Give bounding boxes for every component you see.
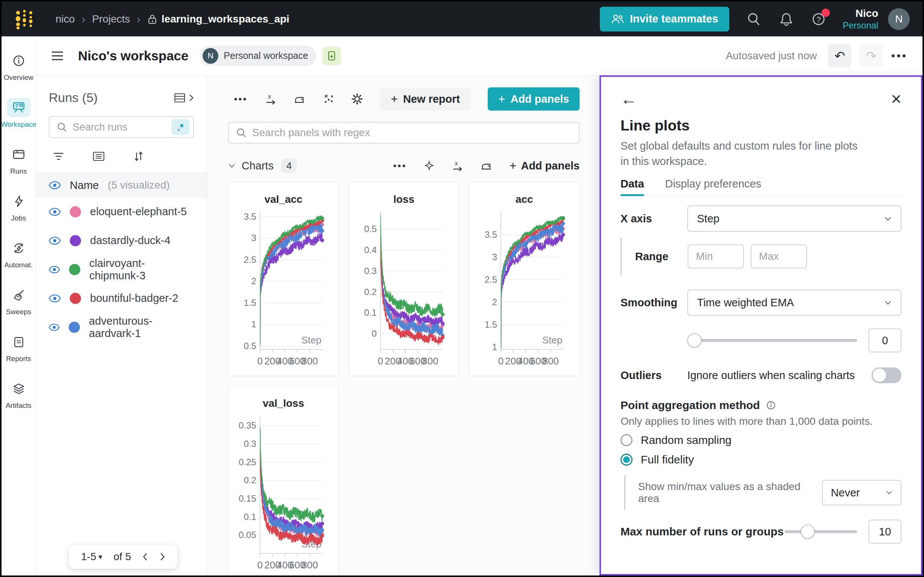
max-runs-value-box[interactable]: 10 [869, 520, 901, 544]
radio-full-fidelity[interactable]: Full fidelity [620, 451, 901, 469]
sidebar-item-overview[interactable]: Overview [2, 52, 36, 82]
regex-toggle-button[interactable]: .* [171, 119, 189, 135]
screenshot-frame: nico › Projects › learning_workspaces_ap… [0, 0, 924, 577]
slider-thumb[interactable] [687, 333, 701, 348]
chevron-down-icon[interactable] [228, 163, 236, 168]
x-axis-select[interactable]: Step [687, 205, 901, 232]
sidebar-item-reports[interactable]: Reports [2, 332, 36, 363]
search-panels-input[interactable] [252, 127, 572, 139]
panel-tabs: Data Display preferences [620, 178, 901, 196]
smoothing-iron-icon[interactable] [480, 160, 492, 172]
breadcrumb-entity[interactable]: nico [55, 13, 75, 25]
panel-description: Set global defaults and custom rules for… [620, 139, 868, 169]
close-icon[interactable]: × [891, 90, 901, 108]
notifications-bell-icon[interactable] [779, 11, 794, 27]
svg-text:0.25: 0.25 [239, 457, 256, 467]
user-scope: Personal [843, 20, 878, 31]
radio-icon[interactable] [620, 434, 633, 446]
smoothing-iron-icon[interactable] [293, 93, 305, 105]
chart-panel-acc[interactable]: acc 11.522.533.50200400600800Step [469, 182, 580, 376]
sort-icon[interactable] [133, 151, 144, 162]
section-add-panels-button[interactable]: + Add panels [509, 159, 580, 173]
search-icon [56, 121, 68, 133]
x-axis-settings-icon[interactable]: x [452, 160, 463, 172]
add-panels-button[interactable]: + Add panels [488, 87, 580, 111]
outliers-toggle[interactable] [871, 367, 901, 383]
redo-button[interactable]: ↷ [859, 44, 883, 68]
menu-icon[interactable] [51, 51, 64, 61]
eye-icon[interactable] [49, 208, 61, 216]
run-row-bountiful-badger-2[interactable]: bountiful-badger-2 [36, 284, 207, 313]
group-list-icon[interactable] [92, 151, 105, 161]
pagination-total: of 5 [114, 551, 131, 563]
runs-table-expand-icon[interactable] [174, 92, 194, 103]
next-page-icon[interactable] [160, 552, 165, 561]
undo-button[interactable]: ↶ [828, 44, 851, 68]
eye-icon[interactable] [49, 181, 61, 189]
more-options-icon[interactable]: ••• [234, 93, 247, 105]
max-runs-slider[interactable] [785, 524, 857, 539]
back-arrow-icon[interactable]: ← [620, 91, 637, 107]
svg-text:0: 0 [257, 559, 263, 571]
chart-panel-val_loss[interactable]: val_loss 0.050.10.150.20.250.30.35020040… [228, 386, 339, 575]
line-chart-val_acc: 0.511.522.533.50200400600800Step [228, 208, 338, 376]
smoothing-select[interactable]: Time weighted EMA [687, 289, 901, 316]
runs-pagination: 1-5 ▾ of 5 [69, 545, 178, 569]
filter-icon[interactable] [53, 152, 65, 161]
tab-display-preferences[interactable]: Display preferences [665, 178, 761, 195]
info-icon[interactable] [766, 400, 776, 410]
run-row-adventurous-aardvark-1[interactable]: adventurous-aardvark-1 [36, 313, 207, 342]
eye-icon[interactable] [49, 266, 60, 274]
sidebar-item-artifacts[interactable]: Artifacts [2, 379, 36, 410]
radio-selected-icon[interactable] [620, 454, 633, 466]
slider-thumb[interactable] [801, 524, 815, 539]
svg-text:3: 3 [251, 233, 256, 243]
svg-text:0: 0 [378, 355, 383, 367]
invite-teammates-button[interactable]: Invite teammates [600, 7, 729, 32]
eye-icon[interactable] [49, 294, 61, 303]
user-info[interactable]: Nico Personal [843, 7, 878, 31]
charts-section-header: Charts 4 ••• x [228, 159, 580, 173]
search-icon[interactable] [746, 11, 762, 27]
new-report-button[interactable]: + New report [380, 87, 470, 111]
chart-panel-loss[interactable]: loss 00.10.20.30.40.50200400600800 [349, 182, 459, 376]
help-icon[interactable]: ? [811, 11, 826, 27]
avatar[interactable]: N [888, 8, 910, 30]
eye-icon[interactable] [49, 237, 61, 245]
chevron-down-icon [886, 490, 892, 495]
settings-gear-icon[interactable] [351, 93, 363, 105]
sidebar-item-jobs[interactable]: Jobs [2, 192, 36, 222]
run-row-clairvoyant-chipmunk-3[interactable]: clairvoyant-chipmunk-3 [36, 255, 207, 284]
line-chart-acc: 11.522.533.50200400600800Step [469, 208, 579, 376]
sidebar-item-runs[interactable]: Runs [2, 145, 36, 176]
workspace-mode-icon[interactable] [322, 47, 341, 65]
runs-search: .* [49, 116, 194, 138]
tab-data[interactable]: Data [620, 178, 644, 195]
magic-wand-icon[interactable] [424, 160, 435, 171]
sidebar-item-sweeps[interactable]: Sweeps [2, 286, 36, 316]
page-size-dropdown[interactable]: 1-5 ▾ [81, 551, 102, 563]
breadcrumb-section[interactable]: Projects [92, 13, 130, 25]
outliers-scatter-icon[interactable] [323, 93, 334, 105]
smoothing-slider[interactable] [687, 333, 857, 348]
section-more-icon[interactable]: ••• [393, 160, 407, 172]
sidebar-item-workspace[interactable]: Workspace [2, 98, 36, 129]
run-row-dastardly-duck-4[interactable]: dastardly-duck-4 [36, 226, 207, 255]
smoothing-value-box[interactable]: 0 [869, 329, 901, 353]
shaded-area-select[interactable]: Never [822, 480, 901, 505]
sidebar-item-automations[interactable]: Automat. [2, 239, 36, 269]
x-axis-settings-icon[interactable]: x [265, 93, 276, 105]
max-runs-row: Max number of runs or groups 10 [620, 520, 901, 544]
breadcrumb-project[interactable]: learning_workspaces_api [147, 13, 290, 25]
workspace-more-button[interactable]: ••• [891, 50, 908, 62]
chart-panel-val_acc[interactable]: val_acc 0.511.522.533.50200400600800Step [228, 182, 339, 376]
run-row-eloquent-elephant-5[interactable]: eloquent-elephant-5 [36, 197, 207, 226]
radio-random-sampling[interactable]: Random sampling [620, 431, 901, 449]
prev-page-icon[interactable] [142, 552, 148, 561]
personal-workspace-badge[interactable]: N Personal workspace [200, 46, 316, 66]
wandb-logo-icon[interactable] [14, 9, 34, 29]
search-runs-input[interactable] [73, 121, 171, 133]
eye-icon[interactable] [49, 323, 60, 331]
range-max-input[interactable] [751, 245, 807, 268]
range-min-input[interactable] [688, 245, 744, 268]
